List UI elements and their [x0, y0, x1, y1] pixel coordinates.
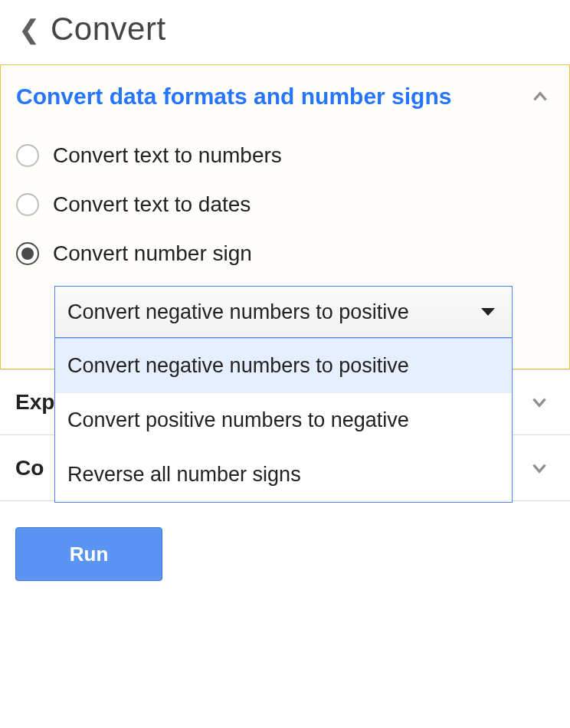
number-sign-select[interactable]: Convert negative numbers to positive [54, 286, 513, 338]
chevron-down-icon [529, 392, 550, 413]
radio-icon[interactable] [16, 242, 39, 265]
radio-icon[interactable] [16, 144, 39, 167]
caret-down-icon [481, 308, 495, 316]
panel-convert-formats: Convert data formats and number signs Co… [0, 64, 570, 369]
header-bar: ❮ Convert [0, 0, 570, 64]
dropdown-item[interactable]: Reverse all number signs [55, 448, 512, 502]
run-button[interactable]: Run [15, 527, 162, 581]
option-convert-text-to-dates[interactable]: Convert text to dates [15, 180, 555, 229]
chevron-down-icon [529, 457, 550, 479]
panel-title: Convert data formats and number signs [16, 84, 451, 110]
option-convert-text-to-numbers[interactable]: Convert text to numbers [15, 131, 555, 180]
dropdown-item[interactable]: Convert negative numbers to positive [55, 339, 512, 393]
radio-icon[interactable] [16, 193, 39, 216]
radio-label: Convert text to dates [53, 192, 251, 217]
number-sign-select-wrap: Convert negative numbers to positive Con… [54, 286, 513, 338]
action-bar: Run [0, 501, 570, 581]
option-convert-number-sign[interactable]: Convert number sign [15, 229, 555, 278]
select-value: Convert negative numbers to positive [67, 300, 409, 324]
radio-label: Convert number sign [53, 241, 252, 266]
dropdown-item[interactable]: Convert positive numbers to negative [55, 393, 512, 448]
collapsed-title: Co [15, 456, 44, 480]
panel-header[interactable]: Convert data formats and number signs [15, 84, 555, 131]
number-sign-dropdown: Convert negative numbers to positive Con… [54, 338, 513, 503]
page-title: Convert [51, 11, 166, 48]
chevron-up-icon [529, 86, 551, 107]
radio-label: Convert text to numbers [53, 143, 282, 168]
back-icon[interactable]: ❮ [18, 16, 40, 42]
run-button-label: Run [70, 543, 109, 566]
collapsed-title: Exp [15, 390, 54, 415]
